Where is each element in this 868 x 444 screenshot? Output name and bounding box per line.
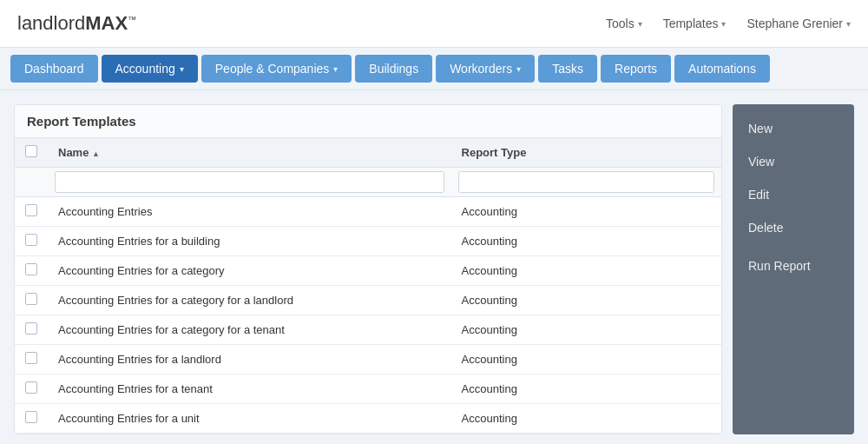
row-name: Accounting Entries for a tenant bbox=[48, 374, 451, 404]
row-checkbox[interactable] bbox=[25, 381, 37, 394]
row-type: Accounting bbox=[451, 345, 721, 374]
row-type: Accounting bbox=[451, 227, 721, 256]
row-checkbox-cell[interactable] bbox=[15, 286, 48, 315]
user-menu[interactable]: Stephane Grenier ▾ bbox=[746, 17, 851, 30]
row-name: Accounting Entries for a unit bbox=[48, 404, 451, 434]
filter-name-cell bbox=[48, 168, 451, 197]
templates-chevron-icon: ▾ bbox=[721, 19, 726, 29]
type-filter-input[interactable] bbox=[458, 171, 714, 193]
table-row[interactable]: Accounting Entries for a tenant Accounti… bbox=[15, 374, 721, 404]
row-checkbox-cell[interactable] bbox=[15, 227, 48, 256]
select-all-checkbox[interactable] bbox=[25, 145, 37, 157]
table-row[interactable]: Accounting Entries for a vendor Accounti… bbox=[15, 434, 721, 434]
header-nav: Tools ▾ Templates ▾ Stephane Grenier ▾ bbox=[606, 17, 851, 30]
row-name: Accounting Entries for a category bbox=[48, 256, 451, 286]
main-content: Report Templates Name Report Type bbox=[0, 90, 868, 434]
table-row[interactable]: Accounting Entries for a building Accoun… bbox=[15, 227, 721, 256]
row-checkbox[interactable] bbox=[25, 263, 37, 275]
logo-tm: ™ bbox=[128, 15, 136, 24]
table-row[interactable]: Accounting Entries for a landlord Accoun… bbox=[15, 345, 721, 374]
type-column-header[interactable]: Report Type bbox=[451, 138, 721, 168]
page-title: Report Templates bbox=[15, 105, 721, 138]
view-button[interactable]: View bbox=[733, 146, 854, 177]
nav-people-companies[interactable]: People & Companies ▾ bbox=[201, 55, 352, 83]
people-chevron-icon: ▾ bbox=[333, 64, 338, 74]
table-scroll[interactable]: Name Report Type bbox=[15, 138, 721, 434]
row-checkbox-cell[interactable] bbox=[15, 197, 48, 227]
nav-bar: Dashboard Accounting ▾ People & Companie… bbox=[0, 48, 868, 90]
row-checkbox[interactable] bbox=[25, 352, 37, 364]
row-name: Accounting Entries for a category for a … bbox=[48, 315, 451, 345]
row-name: Accounting Entries for a landlord bbox=[48, 345, 451, 374]
filter-checkbox-cell bbox=[15, 168, 48, 197]
table-row[interactable]: Accounting Entries Accounting bbox=[15, 197, 721, 227]
row-checkbox-cell[interactable] bbox=[15, 315, 48, 345]
header: landlordMAX™ Tools ▾ Templates ▾ Stephan… bbox=[0, 0, 868, 48]
row-checkbox[interactable] bbox=[25, 411, 37, 423]
accounting-chevron-icon: ▾ bbox=[180, 64, 184, 74]
table-row[interactable]: Accounting Entries for a category for a … bbox=[15, 315, 721, 345]
new-button[interactable]: New bbox=[733, 113, 854, 144]
row-type: Accounting bbox=[451, 374, 721, 404]
row-type: Accounting bbox=[451, 286, 721, 315]
row-type: Accounting bbox=[451, 404, 721, 434]
workorders-chevron-icon: ▾ bbox=[516, 64, 521, 74]
delete-button[interactable]: Delete bbox=[733, 212, 854, 243]
user-chevron-icon: ▾ bbox=[846, 19, 851, 29]
report-templates-table: Name Report Type bbox=[15, 138, 721, 434]
table-header-row: Name Report Type bbox=[15, 138, 721, 168]
row-checkbox-cell[interactable] bbox=[15, 256, 48, 286]
row-checkbox[interactable] bbox=[25, 204, 37, 216]
row-checkbox-cell[interactable] bbox=[15, 434, 48, 434]
table-row[interactable]: Accounting Entries for a unit Accounting bbox=[15, 404, 721, 434]
row-name: Accounting Entries bbox=[48, 197, 451, 227]
nav-automations[interactable]: Automations bbox=[674, 55, 770, 83]
row-checkbox[interactable] bbox=[25, 293, 37, 305]
nav-accounting[interactable]: Accounting ▾ bbox=[102, 55, 198, 83]
run-report-button[interactable]: Run Report bbox=[733, 250, 854, 282]
row-type: Accounting bbox=[451, 434, 721, 434]
row-checkbox-cell[interactable] bbox=[15, 404, 48, 434]
nav-buildings[interactable]: Buildings bbox=[355, 55, 432, 83]
table-row[interactable]: Accounting Entries for a category Accoun… bbox=[15, 256, 721, 286]
filter-row bbox=[15, 168, 721, 197]
logo-bold: MAX bbox=[85, 12, 128, 34]
row-name: Accounting Entries for a category for a … bbox=[48, 286, 451, 315]
nav-dashboard[interactable]: Dashboard bbox=[10, 55, 98, 83]
row-type: Accounting bbox=[451, 197, 721, 227]
row-checkbox-cell[interactable] bbox=[15, 345, 48, 374]
row-name: Accounting Entries for a vendor bbox=[48, 434, 451, 434]
row-checkbox[interactable] bbox=[25, 322, 37, 335]
row-name: Accounting Entries for a building bbox=[48, 227, 451, 256]
filter-type-cell bbox=[451, 168, 721, 197]
row-type: Accounting bbox=[451, 315, 721, 345]
table-row[interactable]: Accounting Entries for a category for a … bbox=[15, 286, 721, 315]
nav-reports[interactable]: Reports bbox=[601, 55, 671, 83]
tools-menu[interactable]: Tools ▾ bbox=[606, 17, 642, 30]
table-body: Accounting Entries Accounting Accounting… bbox=[15, 197, 721, 434]
row-checkbox-cell[interactable] bbox=[15, 374, 48, 404]
select-all-header[interactable] bbox=[15, 138, 48, 168]
sidebar-actions: New View Edit Delete Run Report bbox=[733, 104, 854, 434]
nav-workorders[interactable]: Workorders ▾ bbox=[436, 55, 535, 83]
name-filter-input[interactable] bbox=[55, 171, 444, 193]
table-area: Report Templates Name Report Type bbox=[14, 104, 722, 434]
nav-tasks[interactable]: Tasks bbox=[538, 55, 597, 83]
edit-button[interactable]: Edit bbox=[733, 179, 854, 210]
row-type: Accounting bbox=[451, 256, 721, 286]
templates-menu[interactable]: Templates ▾ bbox=[663, 17, 727, 30]
logo: landlordMAX™ bbox=[17, 12, 136, 35]
tools-chevron-icon: ▾ bbox=[638, 19, 642, 29]
name-column-header[interactable]: Name bbox=[48, 138, 451, 168]
row-checkbox[interactable] bbox=[25, 234, 37, 246]
